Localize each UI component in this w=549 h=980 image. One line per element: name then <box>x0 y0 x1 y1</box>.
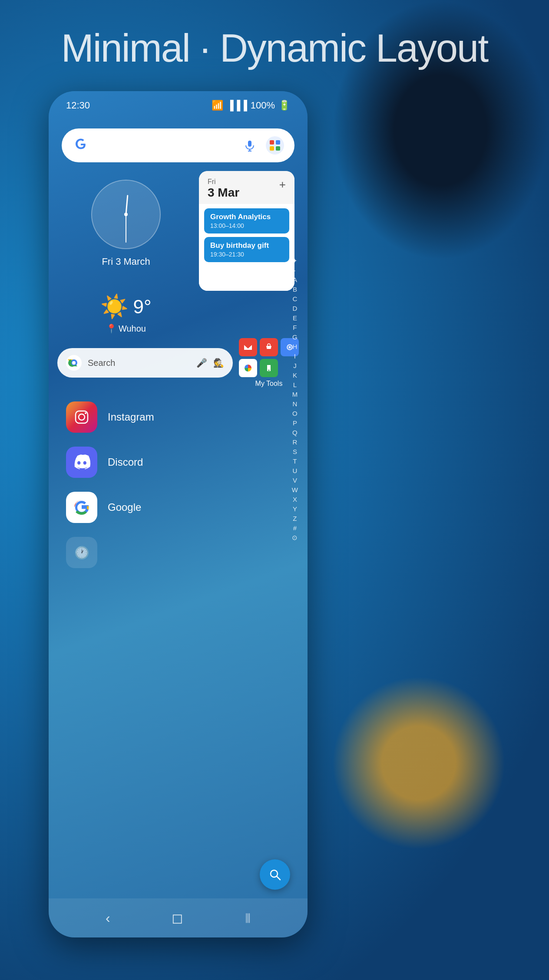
chrome-icon <box>66 355 82 371</box>
partial-app-icon: 🕐 <box>66 537 97 568</box>
signal-icon: ▐▐▐ <box>227 100 247 111</box>
sun-icon: ☀️ <box>100 293 129 320</box>
svg-rect-7 <box>276 146 280 151</box>
discord-label: Discord <box>108 456 143 468</box>
shopping-tool-icon[interactable] <box>260 338 278 356</box>
calendar-day: Fri <box>208 178 239 186</box>
discord-app-item[interactable]: Discord <box>62 440 294 485</box>
instagram-label: Instagram <box>108 411 154 423</box>
status-time: 12:30 <box>66 100 90 111</box>
event-1-title: Growth Analytics <box>210 213 283 221</box>
svg-line-23 <box>277 876 280 880</box>
chrome-search-text: Search <box>88 358 190 368</box>
nav-recent-button[interactable]: ⦀ <box>245 910 251 926</box>
alpha-F[interactable]: F <box>293 323 297 332</box>
calendar-add-button[interactable]: + <box>279 178 286 191</box>
page-title: Minimal · Dynamic Layout <box>0 26 549 71</box>
alpha-Q[interactable]: Q <box>292 428 298 437</box>
alpha-H[interactable]: H <box>292 342 297 351</box>
nav-back-button[interactable]: ‹ <box>106 910 110 926</box>
temperature: 9° <box>133 296 151 318</box>
alpha-M[interactable]: M <box>292 390 298 399</box>
svg-point-16 <box>289 346 291 348</box>
partial-app-item: 🕐 <box>62 530 294 575</box>
alpha-Z[interactable]: Z <box>293 514 297 523</box>
alpha-circle[interactable]: ⊙ <box>292 533 298 542</box>
alpha-W[interactable]: W <box>292 485 298 494</box>
alpha-K[interactable]: K <box>293 371 297 380</box>
calendar-event-1[interactable]: Growth Analytics 13:00–14:00 <box>204 208 289 233</box>
svg-rect-4 <box>270 140 274 145</box>
svg-rect-6 <box>270 146 274 151</box>
svg-rect-18 <box>268 370 270 371</box>
app-list: Instagram Discord Google <box>62 395 294 575</box>
alpha-N[interactable]: N <box>292 399 297 408</box>
minute-hand <box>126 214 126 243</box>
city-label: 📍 Wuhou <box>106 323 146 334</box>
calendar-date: 3 Mar <box>208 186 239 200</box>
nav-home-button[interactable]: ◻ <box>172 910 183 926</box>
alpha-P[interactable]: P <box>293 418 297 428</box>
photos-tool-icon[interactable] <box>239 359 257 377</box>
google-app-item[interactable]: Google <box>62 485 294 530</box>
google-search-bar[interactable] <box>62 128 294 162</box>
battery-label: 100% <box>251 100 275 111</box>
svg-rect-1 <box>248 141 251 147</box>
alpha-R[interactable]: R <box>292 437 297 447</box>
alpha-O[interactable]: O <box>292 409 298 418</box>
alpha-hash[interactable]: # <box>293 523 297 533</box>
analog-clock-face <box>91 180 161 249</box>
status-bar: 12:30 📶 ▐▐▐ 100% 🔋 <box>49 91 308 115</box>
event-2-title: Buy birthday gift <box>210 241 283 250</box>
alpha-C[interactable]: C <box>292 294 297 303</box>
alpha-B[interactable]: B <box>293 285 297 294</box>
alpha-star[interactable]: ✦ <box>292 256 298 265</box>
discord-icon <box>66 447 97 478</box>
alpha-L[interactable]: L <box>293 380 297 389</box>
gmail-tool-icon[interactable] <box>239 338 257 356</box>
clock-center-dot <box>124 213 128 216</box>
alpha-A[interactable]: A <box>293 275 297 284</box>
google-lens-icon[interactable] <box>266 136 284 155</box>
google-icon <box>66 492 97 523</box>
battery-icon: 🔋 <box>278 100 290 111</box>
incognito-icon[interactable]: 🕵 <box>213 358 224 368</box>
alpha-X[interactable]: X <box>293 495 297 504</box>
phone-tool-icon[interactable] <box>260 359 278 377</box>
alpha-V[interactable]: V <box>293 476 297 485</box>
alpha-I[interactable]: I <box>294 352 296 361</box>
bg-orange-blob <box>332 676 506 850</box>
my-tools-cluster[interactable]: My Tools <box>239 338 299 388</box>
status-icons: 📶 ▐▐▐ 100% 🔋 <box>212 100 290 111</box>
microphone-icon[interactable] <box>241 136 259 155</box>
calendar-widget[interactable]: Fri 3 Mar + Growth Analytics 13:00–14:00… <box>199 171 294 291</box>
alpha-S[interactable]: S <box>293 447 297 456</box>
chrome-mic-icon[interactable]: 🎤 <box>196 358 207 368</box>
tools-icons-grid <box>239 338 299 377</box>
svg-point-11 <box>72 361 76 365</box>
instagram-app-item[interactable]: Instagram <box>62 395 294 440</box>
calendar-date-block: Fri 3 Mar <box>208 178 239 200</box>
clock-widget: Fri 3 March <box>87 171 165 276</box>
alpha-dot[interactable]: · <box>294 266 296 275</box>
alpha-Y[interactable]: Y <box>293 504 297 513</box>
alpha-U[interactable]: U <box>292 466 297 475</box>
fab-search-button[interactable] <box>260 859 290 890</box>
alpha-E[interactable]: E <box>293 313 297 322</box>
alpha-T[interactable]: T <box>293 457 297 466</box>
event-2-time: 19:30–21:30 <box>210 251 283 258</box>
phone-frame: 12:30 📶 ▐▐▐ 100% 🔋 <box>49 91 308 937</box>
calendar-events: Growth Analytics 13:00–14:00 Buy birthda… <box>199 204 294 291</box>
alphabet-sidebar[interactable]: ✦ · A B C D E F G H I J K L M N O P Q R … <box>292 256 298 542</box>
alpha-G[interactable]: G <box>292 332 298 342</box>
calendar-event-2[interactable]: Buy birthday gift 19:30–21:30 <box>204 237 289 262</box>
calendar-header: Fri 3 Mar + <box>199 171 294 204</box>
instagram-icon <box>66 401 97 433</box>
alpha-D[interactable]: D <box>292 304 297 313</box>
weather-main: ☀️ 9° <box>100 293 151 320</box>
chrome-search-row[interactable]: Search 🎤 🕵 <box>57 348 233 378</box>
weather-widget: ☀️ 9° 📍 Wuhou <box>100 285 151 334</box>
svg-point-20 <box>79 414 85 420</box>
alpha-J[interactable]: J <box>293 361 297 370</box>
svg-rect-5 <box>276 140 280 145</box>
